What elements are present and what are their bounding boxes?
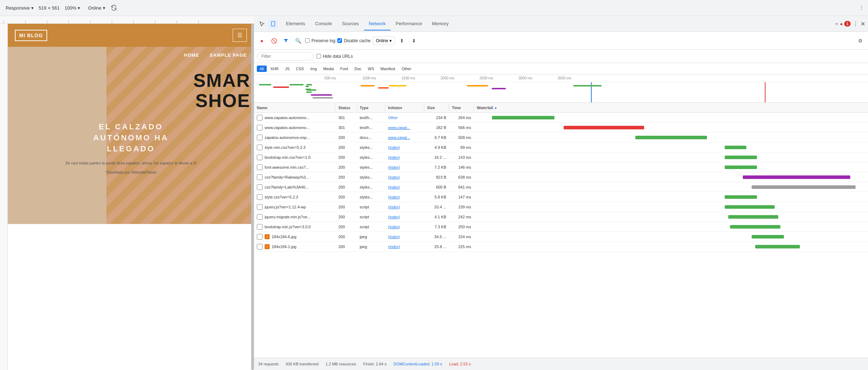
zoom-button[interactable]: 100% ▾ bbox=[62, 4, 83, 12]
td-initiator[interactable]: www.zapat... bbox=[385, 124, 424, 131]
table-row[interactable]: css?family=Raleway%3...200styles...(inde… bbox=[254, 172, 868, 182]
table-row[interactable]: style.min.css?ver=5.2.3200styles...(inde… bbox=[254, 142, 868, 152]
more-tabs-icon[interactable]: » bbox=[835, 21, 838, 26]
throttle-select[interactable]: Online ▾ bbox=[373, 37, 395, 45]
row-checkbox[interactable] bbox=[257, 174, 262, 180]
import-button[interactable]: ⬆ bbox=[397, 36, 407, 46]
online-button[interactable]: Online ▾ bbox=[85, 4, 108, 12]
devtools-tab-network[interactable]: Network bbox=[364, 17, 391, 30]
th-type[interactable]: Type bbox=[357, 104, 385, 111]
table-row[interactable]: style.css?ver=5.2.3200styles...(index)5.… bbox=[254, 192, 868, 202]
filter-button[interactable] bbox=[281, 36, 291, 46]
type-filter-ws[interactable]: WS bbox=[365, 66, 377, 72]
row-checkbox[interactable] bbox=[257, 184, 262, 190]
clear-button[interactable]: 🚫 bbox=[269, 36, 279, 46]
td-initiator[interactable]: (index) bbox=[385, 174, 424, 181]
row-checkbox[interactable] bbox=[257, 244, 262, 250]
type-filter-all[interactable]: All bbox=[257, 66, 267, 72]
disable-cache-checkbox[interactable] bbox=[337, 38, 342, 43]
td-initiator[interactable]: (index) bbox=[385, 213, 424, 220]
hide-data-urls-checkbox[interactable] bbox=[316, 54, 321, 58]
td-status: 200 bbox=[336, 213, 357, 220]
nav-sample[interactable]: SAMPLE PAGE bbox=[210, 52, 247, 58]
record-button[interactable]: ● bbox=[257, 36, 267, 46]
th-waterfall[interactable]: Waterfall ▲ bbox=[474, 104, 868, 111]
type-filter-media[interactable]: Media bbox=[320, 66, 337, 72]
td-type: styles... bbox=[357, 194, 385, 201]
row-checkbox[interactable] bbox=[257, 135, 262, 140]
td-initiator[interactable]: (index) bbox=[385, 243, 424, 250]
table-row[interactable]: zapatos-autonomos-esp...200docu...www.za… bbox=[254, 133, 868, 142]
th-status[interactable]: Status bbox=[336, 104, 357, 111]
devtools-tab-memory[interactable]: Memory bbox=[427, 17, 454, 30]
td-initiator[interactable]: (index) bbox=[385, 194, 424, 201]
table-row[interactable]: www.zapatos-autonomo...301text/h...Other… bbox=[254, 113, 868, 123]
type-filter-xhr[interactable]: XHR bbox=[267, 66, 281, 72]
type-filter-js[interactable]: JS bbox=[282, 66, 292, 72]
device-icon-tab[interactable] bbox=[268, 19, 278, 29]
responsive-button[interactable]: Responsive ▾ bbox=[3, 4, 37, 12]
row-checkbox[interactable] bbox=[257, 145, 262, 150]
nav-home[interactable]: HOME bbox=[184, 52, 199, 58]
preserve-log-label[interactable]: Preserve log bbox=[305, 38, 335, 43]
table-row[interactable]: jquery.js?ver=1.12.4-wp200script(index)3… bbox=[254, 202, 868, 212]
table-row[interactable]: jquery-migrate.min.js?ve...200script(ind… bbox=[254, 212, 868, 222]
table-row[interactable]: J184x184-1.jpg200jpeg(index)25.8 ...225 … bbox=[254, 242, 868, 252]
td-initiator[interactable]: (index) bbox=[385, 223, 424, 230]
td-time: 566 ms bbox=[449, 124, 474, 131]
table-row[interactable]: font-awesome.min.css?...200styles...(ind… bbox=[254, 162, 868, 172]
row-checkbox[interactable] bbox=[257, 234, 262, 240]
row-checkbox[interactable] bbox=[257, 214, 262, 220]
devtools-tab-performance[interactable]: Performance bbox=[391, 17, 427, 30]
table-row[interactable]: css?family=Lato%3A40...200styles...(inde… bbox=[254, 182, 868, 192]
type-filter-manifest[interactable]: Manifest bbox=[378, 66, 398, 72]
type-filter-css[interactable]: CSS bbox=[293, 66, 307, 72]
transferred-size: 930 KB transferred bbox=[286, 362, 318, 366]
more-options-icon[interactable]: ⋮ bbox=[858, 4, 865, 11]
td-initiator[interactable]: (index) bbox=[385, 233, 424, 240]
td-name: jquery-migrate.min.js?ve... bbox=[254, 213, 336, 221]
table-row[interactable]: www.zapatos-autonomo...301text/h...www.z… bbox=[254, 123, 868, 133]
rotate-icon[interactable] bbox=[110, 4, 117, 11]
td-initiator[interactable]: www.zapat... bbox=[385, 134, 424, 141]
hide-data-urls-label[interactable]: Hide data URLs bbox=[316, 54, 353, 59]
table-row[interactable]: bootstrap.min.js?ver=3.0.0200script(inde… bbox=[254, 222, 868, 232]
th-initiator[interactable]: Initiator bbox=[385, 104, 424, 111]
row-checkbox[interactable] bbox=[257, 224, 262, 230]
td-initiator[interactable]: (index) bbox=[385, 154, 424, 161]
type-filter-doc[interactable]: Doc bbox=[352, 66, 364, 72]
type-filter-font[interactable]: Font bbox=[337, 66, 351, 72]
type-filter-img[interactable]: Img bbox=[308, 66, 320, 72]
th-time[interactable]: Time bbox=[449, 104, 474, 111]
cursor-icon-tab[interactable] bbox=[257, 19, 267, 29]
row-checkbox[interactable] bbox=[257, 155, 262, 160]
hamburger-button[interactable]: ☰ bbox=[233, 29, 247, 42]
devtools-tab-elements[interactable]: Elements bbox=[281, 17, 310, 30]
td-initiator[interactable]: (index) bbox=[385, 144, 424, 151]
td-initiator[interactable]: (index) bbox=[385, 164, 424, 171]
disable-cache-label[interactable]: Disable cache bbox=[337, 38, 370, 43]
table-row[interactable]: bootstrap.min.css?ver=1.0200styles...(in… bbox=[254, 152, 868, 162]
filter-input[interactable] bbox=[257, 52, 314, 61]
th-name[interactable]: Name bbox=[254, 104, 336, 111]
preserve-log-checkbox[interactable] bbox=[305, 38, 310, 43]
th-size[interactable]: Size bbox=[424, 104, 449, 111]
hero-title-line1: SMAR bbox=[11, 71, 250, 91]
type-filter-other[interactable]: Other bbox=[399, 66, 414, 72]
search-button[interactable]: 🔍 bbox=[293, 36, 303, 46]
table-row[interactable]: J184x184-6.jpg200jpeg(index)34.5 ...154 … bbox=[254, 232, 868, 242]
devtools-tab-console[interactable]: Console bbox=[310, 17, 337, 30]
row-checkbox[interactable] bbox=[257, 115, 262, 120]
row-checkbox[interactable] bbox=[257, 125, 262, 130]
devtools-tab-sources[interactable]: Sources bbox=[337, 17, 364, 30]
row-checkbox[interactable] bbox=[257, 204, 262, 210]
td-initiator[interactable]: (index) bbox=[385, 203, 424, 211]
network-settings-button[interactable]: ⚙ bbox=[855, 36, 865, 46]
resource-name: font-awesome.min.css?... bbox=[265, 165, 309, 169]
devtools-more-icon[interactable]: ⋮ bbox=[853, 21, 858, 27]
devtools-close-icon[interactable]: ✕ bbox=[861, 21, 865, 27]
td-initiator[interactable]: (index) bbox=[385, 184, 424, 191]
row-checkbox[interactable] bbox=[257, 164, 262, 170]
export-button[interactable]: ⬇ bbox=[409, 36, 419, 46]
row-checkbox[interactable] bbox=[257, 194, 262, 200]
